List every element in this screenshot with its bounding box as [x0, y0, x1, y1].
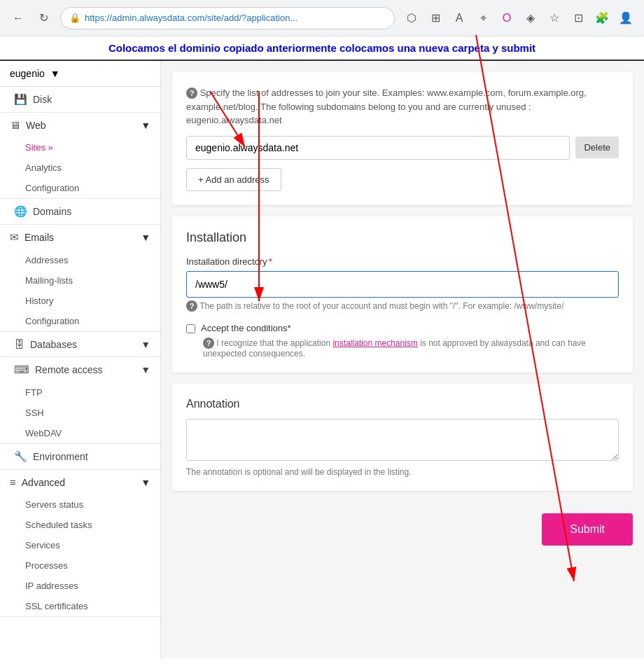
- sidebar-item-email-configuration[interactable]: Configuration: [0, 311, 160, 331]
- star-icon[interactable]: ☆: [545, 8, 564, 28]
- sidebar-item-history[interactable]: History: [0, 291, 160, 311]
- content-area: ? Specify the list of addresses to join …: [161, 61, 644, 658]
- sidebar-section-disk: 💾 Disk: [0, 87, 160, 113]
- back-button[interactable]: ←: [8, 8, 28, 28]
- addresses-info: ? Specify the list of addresses to join …: [186, 86, 619, 127]
- sidebar-section-databases: 🗄 Databases ▼: [0, 332, 160, 357]
- sidebar-section-advanced: ≡ Advanced ▼ Servers status Scheduled ta…: [0, 470, 160, 617]
- sidebar-label-remote: Remote access: [35, 364, 102, 375]
- sidebar-label-databases: Databases: [30, 339, 77, 350]
- submit-button[interactable]: Submit: [542, 513, 633, 546]
- sidebar-item-analytics[interactable]: Analytics: [0, 158, 160, 178]
- delete-address-button[interactable]: Delete: [575, 137, 619, 158]
- sidebar-item-databases[interactable]: 🗄 Databases ▼: [0, 332, 160, 356]
- font-icon[interactable]: A: [449, 8, 469, 28]
- installation-dir-group: Installation directory ? The path is rel…: [186, 256, 619, 312]
- translate-icon[interactable]: ⌖: [473, 8, 493, 28]
- refresh-button[interactable]: ↻: [34, 8, 53, 28]
- sidebar-item-services[interactable]: Services: [0, 535, 160, 555]
- sidebar-item-disk[interactable]: 💾 Disk: [0, 87, 160, 112]
- conditions-help-icon[interactable]: ?: [203, 338, 214, 349]
- submit-row: Submit: [161, 502, 644, 557]
- sidebar-item-domains[interactable]: 🌐 Domains: [0, 199, 160, 224]
- sidebar-item-remote[interactable]: ⌨ Remote access ▼: [0, 357, 160, 382]
- installation-dir-label: Installation directory: [186, 256, 619, 267]
- sidebar-item-mailing-lists[interactable]: Mailing-lists: [0, 270, 160, 291]
- emails-icon: ✉: [10, 231, 19, 244]
- advanced-icon: ≡: [10, 476, 16, 488]
- sidebar-item-webdav[interactable]: WebDAV: [0, 423, 160, 443]
- sidebar-item-scheduled-tasks[interactable]: Scheduled tasks: [0, 515, 160, 535]
- url-text: https://admin.alwaysdata.com/site/add/?a…: [85, 13, 386, 23]
- sidebar-section-environment: 🔧 Environment: [0, 444, 160, 470]
- sidebar-label-web: Web: [26, 120, 46, 131]
- browser-actions: ⬡ ⊞ A ⌖ O ◈ ☆ ⊡ 🧩 👤: [402, 8, 636, 28]
- add-address-button[interactable]: + Add an address: [186, 168, 281, 191]
- sidebar-account[interactable]: eugenio ▼: [0, 61, 160, 87]
- sidebar-label-emails: Emails: [24, 232, 54, 243]
- domains-icon: 🌐: [14, 205, 27, 218]
- web-arrow: ▼: [141, 120, 150, 131]
- sidebar-label-advanced: Advanced: [22, 477, 65, 488]
- accept-conditions-row: Accept the conditions*: [186, 323, 619, 333]
- address-bar[interactable]: 🔒 https://admin.alwaysdata.com/site/add/…: [60, 7, 395, 29]
- installation-dir-hint: ? The path is relative to the root of yo…: [186, 300, 619, 312]
- annotation-section: Annotation The annotation is optional an…: [172, 384, 633, 491]
- emails-arrow: ▼: [141, 232, 150, 243]
- conditions-hint: ? I recognize that the application insta…: [186, 338, 619, 359]
- sidebar-item-addresses[interactable]: Addresses: [0, 250, 160, 270]
- installation-title: Installation: [186, 230, 619, 245]
- install-hint-icon[interactable]: ?: [186, 300, 197, 312]
- main-layout: eugenio ▼ 💾 Disk 🖥 Web ▼ Sites » Analyti…: [0, 61, 644, 658]
- lock-icon: 🔒: [69, 13, 80, 23]
- sidebar-item-web[interactable]: 🖥 Web ▼: [0, 113, 160, 137]
- grid-icon[interactable]: ⊞: [426, 8, 445, 28]
- sidebar-label-domains: Domains: [33, 206, 71, 217]
- sidebar-item-emails[interactable]: ✉ Emails ▼: [0, 225, 160, 250]
- sidebar-item-advanced[interactable]: ≡ Advanced ▼: [0, 470, 160, 494]
- account-name: eugenio: [10, 68, 45, 79]
- sidebar-label-disk: Disk: [33, 94, 52, 105]
- sidebar-item-processes[interactable]: Processes: [0, 555, 160, 576]
- cast-icon[interactable]: ⬡: [402, 8, 421, 28]
- disk-icon: 💾: [14, 93, 27, 106]
- wallet-icon[interactable]: ◈: [521, 8, 540, 28]
- sidebar-item-servers-status[interactable]: Servers status: [0, 494, 160, 515]
- browser-chrome: ← ↻ 🔒 https://admin.alwaysdata.com/site/…: [0, 0, 644, 36]
- installation-mechanism-link[interactable]: installation mechanism: [332, 338, 417, 348]
- sidebar-section-domains: 🌐 Domains: [0, 199, 160, 225]
- sidebar-section-emails: ✉ Emails ▼ Addresses Mailing-lists Histo…: [0, 225, 160, 332]
- browser-nav: ← ↻: [8, 8, 53, 28]
- addresses-section: ? Specify the list of addresses to join …: [172, 72, 633, 205]
- sidebar-item-environment[interactable]: 🔧 Environment: [0, 444, 160, 469]
- profile-icon[interactable]: 👤: [616, 8, 636, 28]
- remote-icon: ⌨: [14, 363, 29, 376]
- environment-icon: 🔧: [14, 450, 27, 463]
- accept-conditions-label[interactable]: Accept the conditions*: [201, 323, 291, 333]
- installation-dir-input[interactable]: [186, 271, 619, 298]
- sidebar-item-sites[interactable]: Sites »: [0, 137, 160, 158]
- databases-icon: 🗄: [14, 338, 24, 350]
- sidebar-label-environment: Environment: [33, 451, 88, 462]
- extensions-icon[interactable]: 🧩: [592, 8, 612, 28]
- sidebar-section-web: 🖥 Web ▼ Sites » Analytics Configuration: [0, 113, 160, 199]
- sidebar-item-ftp[interactable]: FTP: [0, 382, 160, 403]
- annotation-textarea[interactable]: [186, 419, 619, 461]
- sidebar-item-web-configuration[interactable]: Configuration: [0, 178, 160, 198]
- accept-conditions-checkbox[interactable]: [186, 324, 195, 333]
- sidebar-item-ssh[interactable]: SSH: [0, 403, 160, 423]
- annotation-text: Colocamos el dominio copiado anteriormen…: [108, 42, 536, 54]
- advanced-arrow: ▼: [141, 477, 150, 488]
- sidebar-item-ip-addresses[interactable]: IP addresses: [0, 576, 160, 596]
- sidebar-item-ssl-certificates[interactable]: SSL certificates: [0, 596, 160, 616]
- annotation-bar: Colocamos el dominio copiado anteriormen…: [0, 36, 644, 61]
- address-input[interactable]: [186, 136, 570, 160]
- collections-icon[interactable]: ⊡: [568, 8, 588, 28]
- annotation-title: Annotation: [186, 398, 619, 410]
- addresses-help-icon[interactable]: ?: [186, 88, 197, 99]
- annotation-hint: The annotation is optional and will be d…: [186, 467, 619, 477]
- opera-icon[interactable]: O: [497, 8, 517, 28]
- address-entry: Delete: [186, 136, 619, 160]
- sidebar-section-remote: ⌨ Remote access ▼ FTP SSH WebDAV: [0, 357, 160, 444]
- sidebar: eugenio ▼ 💾 Disk 🖥 Web ▼ Sites » Analyti…: [0, 61, 161, 658]
